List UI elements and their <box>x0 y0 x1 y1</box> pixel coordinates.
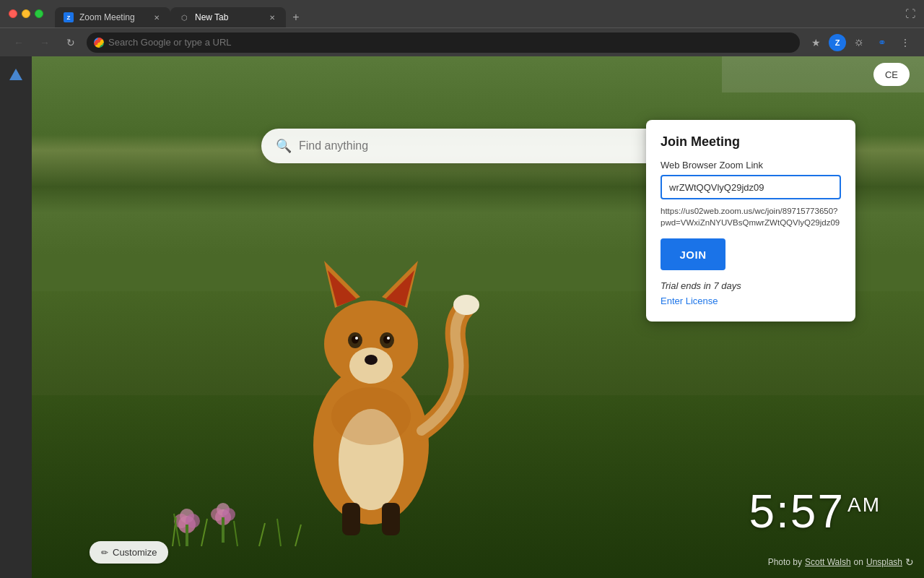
svg-rect-24 <box>186 525 188 546</box>
zoom-link-input[interactable] <box>661 175 841 199</box>
clock: 5:57AM <box>749 488 881 535</box>
zoom-tab-close[interactable]: ✕ <box>152 12 162 22</box>
title-bar: Z Zoom Meeting ✕ ⬡ New Tab ✕ + ⛶ <box>0 0 924 27</box>
svg-rect-29 <box>222 517 225 543</box>
svg-point-4 <box>349 348 393 384</box>
top-right-bar: CE <box>722 56 924 92</box>
browser-content: 🔍 5:57AM <box>0 56 924 578</box>
back-button[interactable]: ← <box>9 33 29 53</box>
popup-title: Join Meeting <box>661 134 841 150</box>
reload-button[interactable]: ↻ <box>61 33 81 53</box>
svg-point-15 <box>365 355 378 365</box>
network-icon[interactable]: ⚭ <box>872 33 892 53</box>
browser-frame: Z Zoom Meeting ✕ ⬡ New Tab ✕ + ⛶ ← → ↻ <box>0 0 924 578</box>
page-area: 🔍 5:57AM <box>32 56 924 578</box>
traffic-lights <box>9 9 43 18</box>
refresh-icon[interactable]: ↻ <box>905 556 914 568</box>
extensions-icon[interactable]: ⛭ <box>849 33 869 53</box>
bookmark-icon[interactable]: ★ <box>806 33 826 53</box>
photo-by-text: Photo by <box>768 557 802 567</box>
tab-zoom-meeting[interactable]: Z Zoom Meeting ✕ <box>55 7 170 27</box>
svg-rect-17 <box>382 503 400 535</box>
trial-text: Trial ends in 7 days <box>661 280 841 291</box>
flowers-decoration <box>165 467 310 556</box>
enter-license-toolbar-button[interactable]: CE <box>873 63 910 86</box>
sidebar <box>0 56 32 578</box>
tab-new-tab[interactable]: ⬡ New Tab ✕ <box>170 7 286 27</box>
maximize-button[interactable] <box>35 9 43 18</box>
clock-display: 5:57AM <box>749 488 881 535</box>
pencil-icon: ✏ <box>101 548 108 558</box>
svg-line-35 <box>277 519 281 546</box>
search-icon: 🔍 <box>276 138 292 154</box>
sidebar-logo <box>6 65 26 85</box>
search-input[interactable] <box>299 139 642 152</box>
svg-rect-16 <box>342 503 360 535</box>
popup-input-label: Web Browser Zoom Link <box>661 160 841 171</box>
close-button[interactable] <box>9 9 17 18</box>
forward-button[interactable]: → <box>35 33 55 53</box>
newtab-tab-close[interactable]: ✕ <box>267 12 277 22</box>
zoom-extension-icon[interactable]: Z <box>829 34 846 51</box>
photo-source[interactable]: Unsplash <box>866 557 902 567</box>
svg-marker-0 <box>9 69 22 80</box>
svg-point-13 <box>355 337 358 340</box>
enter-license-link[interactable]: Enter License <box>661 296 718 306</box>
toolbar: ← → ↻ ★ Z ⛭ ⚭ ⋮ <box>0 27 924 56</box>
svg-line-34 <box>259 523 265 546</box>
zoom-tab-title: Zoom Meeting <box>79 12 146 22</box>
photo-author[interactable]: Scott Walsh <box>805 557 851 567</box>
toolbar-actions: ★ Z ⛭ ⚭ ⋮ <box>806 33 915 53</box>
clock-ampm: AM <box>847 493 881 516</box>
menu-icon[interactable]: ⋮ <box>895 33 915 53</box>
new-tab-button[interactable]: + <box>286 7 306 27</box>
address-input[interactable] <box>108 37 793 48</box>
tab-bar: Z Zoom Meeting ✕ ⬡ New Tab ✕ + <box>55 0 306 27</box>
svg-point-14 <box>387 337 390 340</box>
zoom-favicon: Z <box>64 12 74 22</box>
newtab-tab-title: New Tab <box>195 12 261 22</box>
svg-point-18 <box>453 295 479 315</box>
photo-on-text: on <box>854 557 863 567</box>
svg-point-19 <box>331 387 411 445</box>
photo-credit: Photo by Scott Walsh on Unsplash ↻ <box>768 556 914 568</box>
join-button[interactable]: JOIN <box>661 238 725 270</box>
customize-button[interactable]: ✏ Customize <box>90 541 168 564</box>
clock-time-value: 5:57 <box>749 486 845 538</box>
newtab-favicon: ⬡ <box>179 12 189 22</box>
svg-point-12 <box>383 336 391 344</box>
svg-line-33 <box>234 521 237 546</box>
svg-line-32 <box>201 519 207 546</box>
svg-line-36 <box>295 525 301 546</box>
svg-point-11 <box>352 336 359 344</box>
address-bar[interactable] <box>87 33 800 53</box>
search-bar: 🔍 <box>261 129 694 163</box>
window-expand-icon[interactable]: ⛶ <box>905 8 915 20</box>
search-container: 🔍 <box>261 129 694 163</box>
google-favicon <box>94 38 104 48</box>
customize-label: Customize <box>113 547 157 558</box>
join-meeting-popup: Join Meeting Web Browser Zoom Link https… <box>646 120 855 322</box>
zoom-url-display: https://us02web.zoom.us/wc/join/89715773… <box>661 205 841 228</box>
minimize-button[interactable] <box>22 9 30 18</box>
